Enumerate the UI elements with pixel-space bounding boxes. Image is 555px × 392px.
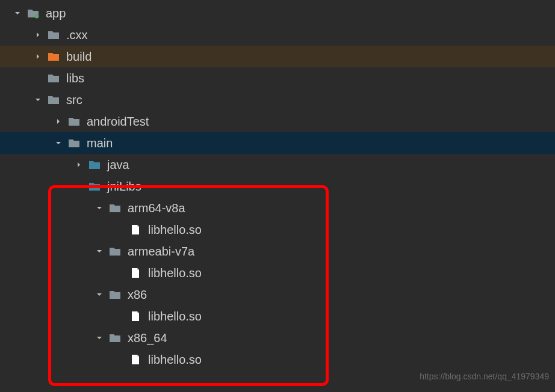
tree-label: .cxx	[66, 28, 88, 42]
tree-item-x8664[interactable]: x86_64	[0, 327, 555, 349]
tree-label: app	[46, 7, 66, 20]
file-tree: app .cxx build libs src androidTest main…	[0, 0, 555, 370]
tree-label: x86_64	[128, 331, 167, 345]
tree-item-libhello3[interactable]: libhello.so	[0, 305, 555, 327]
chevron-down-icon	[12, 8, 23, 19]
folder-icon	[67, 115, 81, 128]
chevron-down-icon	[94, 203, 105, 213]
tree-label: armeabi-v7a	[128, 245, 194, 259]
tree-label: libs	[66, 72, 84, 85]
folder-icon	[108, 201, 122, 215]
tree-item-build[interactable]: build	[0, 46, 555, 67]
chevron-down-icon	[94, 246, 105, 257]
tree-item-jnilibs[interactable]: jniLibs	[0, 176, 555, 197]
chevron-down-icon	[33, 94, 43, 105]
folder-icon	[47, 28, 60, 41]
tree-label: arm64-v8a	[128, 201, 185, 215]
tree-item-src[interactable]: src	[0, 89, 555, 111]
tree-item-java[interactable]: java	[0, 154, 555, 176]
svg-point-0	[35, 14, 39, 19]
tree-item-libhello4[interactable]: libhello.so	[0, 349, 555, 370]
tree-item-androidtest[interactable]: androidTest	[0, 111, 555, 132]
chevron-right-icon	[53, 116, 64, 127]
tree-label: java	[107, 158, 129, 172]
tree-item-cxx[interactable]: .cxx	[0, 24, 555, 46]
tree-label: libhello.so	[148, 310, 202, 323]
tree-item-app[interactable]: app	[0, 2, 555, 24]
tree-label: src	[66, 93, 82, 107]
folder-source-icon	[88, 180, 101, 193]
folder-icon	[47, 72, 60, 85]
tree-label: x86	[128, 288, 147, 302]
folder-source-icon	[88, 158, 101, 171]
chevron-down-icon	[53, 138, 64, 149]
tree-label: libhello.so	[148, 353, 202, 367]
chevron-down-icon	[73, 181, 84, 192]
folder-build-icon	[47, 50, 60, 63]
chevron-right-icon	[33, 51, 43, 62]
file-icon	[129, 310, 142, 323]
file-icon	[129, 353, 142, 366]
tree-label: jniLibs	[107, 180, 141, 194]
tree-item-armeabiv7a[interactable]: armeabi-v7a	[0, 240, 555, 262]
watermark-text: https://blog.csdn.net/qq_41979349	[420, 372, 549, 381]
folder-icon	[108, 331, 122, 345]
chevron-down-icon	[94, 332, 105, 343]
tree-item-libs[interactable]: libs	[0, 67, 555, 89]
file-icon	[129, 266, 142, 280]
tree-label: androidTest	[87, 115, 149, 129]
folder-icon	[47, 93, 60, 106]
folder-icon	[108, 288, 122, 301]
tree-label: build	[66, 50, 91, 64]
file-icon	[129, 223, 142, 236]
folder-module-icon	[26, 7, 40, 20]
tree-label: libhello.so	[148, 266, 202, 280]
folder-icon	[108, 245, 122, 258]
tree-item-main[interactable]: main	[0, 132, 555, 154]
tree-label: libhello.so	[148, 223, 202, 237]
folder-icon	[67, 136, 81, 150]
tree-label: main	[87, 136, 113, 150]
tree-item-libhello1[interactable]: libhello.so	[0, 219, 555, 240]
tree-item-libhello2[interactable]: libhello.so	[0, 262, 555, 284]
chevron-down-icon	[94, 289, 105, 300]
tree-item-arm64v8a[interactable]: arm64-v8a	[0, 197, 555, 219]
tree-item-x86[interactable]: x86	[0, 284, 555, 305]
chevron-right-icon	[33, 29, 43, 40]
chevron-right-icon	[73, 159, 84, 170]
